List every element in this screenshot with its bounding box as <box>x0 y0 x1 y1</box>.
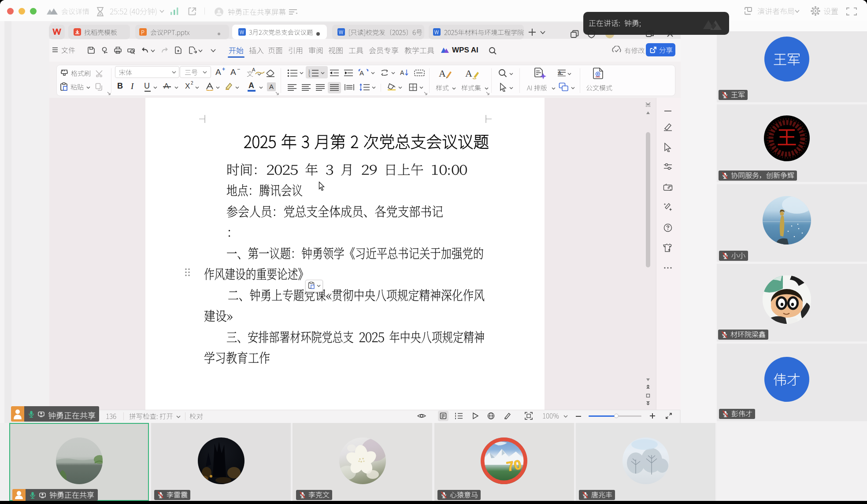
svg-text:A: A <box>439 68 446 79</box>
svg-text:A: A <box>558 70 561 75</box>
svg-text:A: A <box>359 69 364 77</box>
svg-text:70: 70 <box>505 457 522 474</box>
svg-text:A: A <box>465 68 472 79</box>
svg-text:A: A <box>400 69 404 76</box>
svg-text:3: 3 <box>308 75 310 78</box>
